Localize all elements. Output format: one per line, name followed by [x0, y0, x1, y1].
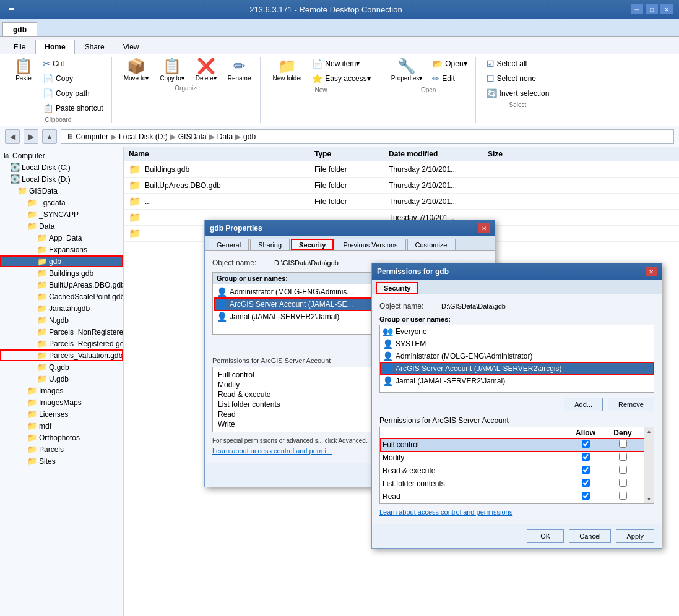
ribbon-tab-share[interactable]: Share [76, 40, 113, 54]
col-header-type[interactable]: Type [314, 150, 389, 158]
deny-read-checkbox[interactable] [619, 492, 627, 500]
cut-button[interactable]: ✂ Cut [40, 57, 106, 71]
paste-button[interactable]: 📋 Paste [10, 57, 37, 83]
deny-full-control-checkbox[interactable] [619, 440, 627, 448]
new-folder-button[interactable]: 📁 New folder [268, 57, 306, 83]
tab-gdb[interactable]: gdb [2, 22, 37, 36]
file-row[interactable]: 📁Buildings.gdb File folder Thursday 2/10… [124, 161, 679, 178]
props-tab-security[interactable]: Security [291, 239, 334, 250]
path-data[interactable]: Data [217, 132, 233, 141]
maximize-btn[interactable]: □ [646, 4, 658, 14]
learn-link[interactable]: Learn about access control and permi... [212, 447, 332, 455]
paste-shortcut-button[interactable]: 📋 Paste shortcut [40, 101, 106, 115]
sidebar-item-parcels-val[interactable]: 📁 Parcels_Valuation.gdb [0, 349, 123, 361]
perms-tab-security[interactable]: Security [376, 282, 418, 294]
allow-modify-checkbox[interactable] [582, 453, 590, 461]
ribbon-tab-home[interactable]: Home [35, 40, 74, 54]
sidebar-item-imagesmaps[interactable]: 📁 ImagesMaps [0, 396, 123, 408]
sidebar-item-expansions[interactable]: 📁 Expansions [0, 244, 123, 255]
allow-read-execute-checkbox[interactable] [582, 466, 590, 474]
col-header-size[interactable]: Size [488, 150, 537, 158]
copy-path-button[interactable]: 📄 Copy path [40, 87, 106, 100]
col-header-name[interactable]: Name [129, 150, 314, 158]
edit-button[interactable]: ✏ Edit [429, 72, 470, 85]
perms-user-administrator[interactable]: 👤 Administrator (MOLG-ENG\Administrator) [380, 350, 654, 362]
sidebar-item-gisdata[interactable]: 📁 GISData [0, 185, 123, 197]
props-tab-sharing[interactable]: Sharing [250, 239, 290, 250]
col-header-date[interactable]: Date modified [389, 150, 488, 158]
sidebar-item-janatah[interactable]: 📁 Janatah.gdb [0, 302, 123, 314]
copy-button[interactable]: 📄 Copy [40, 72, 106, 85]
sidebar-item-app-data[interactable]: 📁 App_Data [0, 232, 123, 244]
address-path[interactable]: 🖥 Computer ▶ Local Disk (D:) ▶ GISData ▶… [61, 129, 674, 144]
sidebar-item-cached[interactable]: 📁 CachedScalePoint.gdb [0, 291, 123, 302]
sidebar-item-q[interactable]: 📁 Q.gdb [0, 361, 123, 373]
minimize-btn[interactable]: ─ [631, 4, 643, 14]
select-all-button[interactable]: ☑ Select all [483, 57, 553, 71]
path-gdb[interactable]: gdb [243, 132, 256, 141]
file-row[interactable]: 📁... File folder Thursday 2/10/201... [124, 194, 679, 210]
allow-list-folder-checkbox[interactable] [582, 479, 590, 487]
copy-to-button[interactable]: 📋 Copy to▾ [155, 57, 188, 83]
properties-close-x[interactable]: ✕ [478, 223, 490, 233]
forward-button[interactable]: ▶ [24, 129, 38, 144]
path-gisdata[interactable]: GISData [178, 132, 207, 141]
properties-button[interactable]: 🔧 Properties▾ [387, 57, 427, 83]
deny-list-folder-checkbox[interactable] [619, 479, 627, 487]
sidebar-item-licenses[interactable]: 📁 Licenses [0, 408, 123, 420]
delete-button[interactable]: ❌ Delete▾ [191, 57, 221, 83]
sidebar-item-gdb[interactable]: 📁 gdb [0, 255, 123, 267]
perms-user-jamal[interactable]: 👤 Jamal (JAMAL-SERVER2\Jamal) [380, 375, 654, 387]
sidebar-item-mdf[interactable]: 📁 mdf [0, 420, 123, 432]
easy-access-button[interactable]: ⭐ Easy access▾ [309, 72, 373, 85]
props-tab-general[interactable]: General [209, 239, 249, 250]
perms-apply-button[interactable]: Apply [616, 529, 654, 543]
sidebar-item-local-disk-d[interactable]: 💽 Local Disk (D:) [0, 173, 123, 185]
ribbon-tab-view[interactable]: View [115, 40, 148, 54]
perms-remove-button[interactable]: Remove [608, 398, 654, 411]
sidebar-item-builtup[interactable]: 📁 BuiltUpAreas.DBO.gdb [0, 279, 123, 291]
perms-ok-button[interactable]: OK [527, 529, 564, 543]
deny-modify-checkbox[interactable] [619, 453, 627, 461]
perms-add-button[interactable]: Add... [564, 398, 603, 411]
up-button[interactable]: ▲ [42, 129, 57, 144]
sidebar-item-local-disk-c[interactable]: 💽 Local Disk (C:) [0, 161, 123, 173]
sidebar-item-u[interactable]: 📁 U.gdb [0, 373, 123, 385]
sidebar-item-parcels-nonreg[interactable]: 📁 Parcels_NonRegistered.gdb [0, 326, 123, 338]
sidebar-item-n[interactable]: 📁 N.gdb [0, 314, 123, 326]
sidebar-item-parcels-reg[interactable]: 📁 Parcels_Registered.gdb [0, 338, 123, 349]
new-item-button[interactable]: 📄 New item▾ [309, 57, 373, 71]
close-btn[interactable]: ✕ [660, 4, 673, 14]
rename-button[interactable]: ✏ Rename [223, 57, 256, 83]
perms-learn-link[interactable]: Learn about access control and permissio… [379, 508, 512, 516]
sidebar-item-computer[interactable]: 🖥 Computer [0, 150, 123, 161]
sidebar-item-gsdata[interactable]: 📁 _gsdata_ [0, 197, 123, 208]
perms-cancel-button[interactable]: Cancel [569, 529, 611, 543]
deny-read-execute-checkbox[interactable] [619, 466, 627, 474]
perms-user-everyone[interactable]: 👥 Everyone [380, 325, 654, 338]
props-tab-prev-versions[interactable]: Previous Versions [335, 239, 405, 250]
props-tab-customize[interactable]: Customize [407, 239, 456, 250]
invert-selection-button[interactable]: 🔄 Invert selection [483, 87, 553, 100]
perms-close-x[interactable]: ✕ [646, 267, 657, 276]
sidebar-item-parcels[interactable]: 📁 Parcels [0, 443, 123, 455]
select-none-button[interactable]: ☐ Select none [483, 72, 553, 85]
allow-full-control-checkbox[interactable] [582, 440, 590, 448]
sidebar-item-sites[interactable]: 📁 Sites [0, 455, 123, 467]
sidebar-item-data[interactable]: 📁 Data [0, 220, 123, 232]
move-to-button[interactable]: 📦 Move to▾ [119, 57, 154, 83]
sidebar-item-buildings-gdb[interactable]: 📁 Buildings.gdb [0, 267, 123, 279]
sidebar-item-orthophotos[interactable]: 📁 Orthophotos [0, 432, 123, 443]
file-row[interactable]: 📁BuiltUpAreas.DBO.gdb File folder Thursd… [124, 178, 679, 194]
path-computer[interactable]: 🖥 Computer [66, 132, 108, 141]
sidebar-item-images[interactable]: 📁 Images [0, 385, 123, 396]
perms-user-arcgis[interactable]: 👤 ArcGIS Server Account (JAMAL-SERVER2\a… [380, 362, 654, 375]
perms-user-system[interactable]: 👤 SYSTEM [380, 338, 654, 350]
back-button[interactable]: ◀ [5, 129, 20, 144]
open-button[interactable]: 📂 Open▾ [429, 57, 470, 71]
ribbon-tab-file[interactable]: File [5, 40, 34, 54]
scrollbar[interactable]: ▲ ▼ [644, 427, 654, 503]
sidebar-item-syncapp[interactable]: 📁 _SYNCAPP [0, 208, 123, 220]
path-local-disk-d[interactable]: Local Disk (D:) [119, 132, 168, 141]
allow-read-checkbox[interactable] [582, 492, 590, 500]
